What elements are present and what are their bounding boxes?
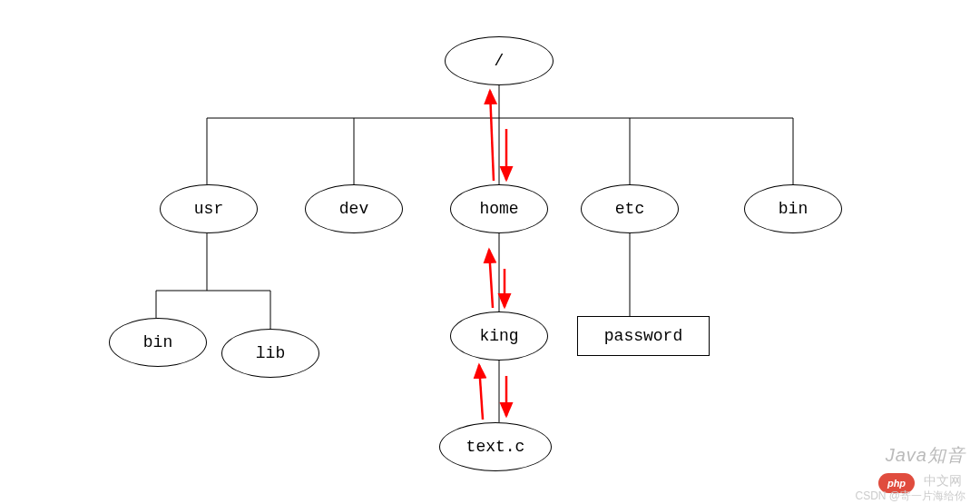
node-textc: text.c — [439, 422, 552, 471]
label-home: home — [479, 200, 518, 218]
watermark-phpcn: 中文网 — [924, 473, 962, 489]
label-textc: text.c — [466, 438, 525, 456]
label-bin2: bin — [143, 333, 172, 351]
label-king: king — [479, 327, 518, 345]
watermark-java: Java知音 — [886, 443, 965, 468]
node-lib: lib — [221, 329, 319, 378]
node-usr: usr — [160, 184, 258, 233]
label-bin: bin — [779, 200, 808, 218]
node-etc: etc — [581, 184, 679, 233]
node-bin: bin — [744, 184, 842, 233]
node-bin2: bin — [109, 318, 207, 367]
node-root: / — [445, 36, 554, 85]
label-usr: usr — [194, 200, 223, 218]
label-root: / — [495, 52, 505, 70]
label-passwd: password — [604, 327, 682, 345]
label-dev: dev — [339, 200, 368, 218]
node-password: password — [577, 316, 710, 356]
svg-line-16 — [489, 250, 493, 308]
label-lib: lib — [256, 344, 285, 362]
svg-line-18 — [479, 365, 483, 420]
node-home: home — [450, 184, 548, 233]
node-dev: dev — [305, 184, 403, 233]
watermark-csdn: CSDN @寄一片海给你 — [855, 489, 965, 504]
svg-line-14 — [490, 91, 494, 181]
label-etc: etc — [615, 200, 644, 218]
node-king: king — [450, 311, 548, 361]
